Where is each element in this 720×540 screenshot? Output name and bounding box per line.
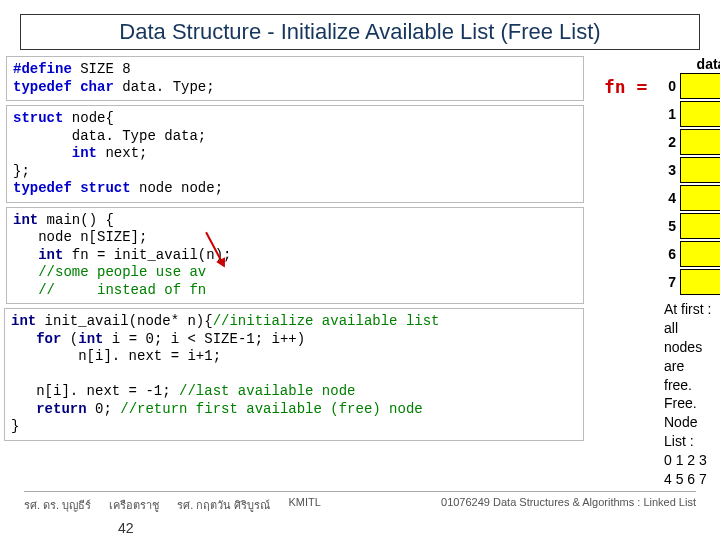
slide-body: #define SIZE 8 typedef char data. Type; … xyxy=(0,56,720,441)
code-column: #define SIZE 8 typedef char data. Type; … xyxy=(6,56,584,441)
table-row: 67 xyxy=(660,240,720,268)
footer-author: เครือตราชู xyxy=(109,496,159,514)
code-box-defines: #define SIZE 8 typedef char data. Type; xyxy=(6,56,584,101)
table-row: 12 xyxy=(660,100,720,128)
footer-author: รศ. ดร. บุญธีร์ xyxy=(24,496,91,514)
table-row: 45 xyxy=(660,184,720,212)
code-box-init-avail: int init_avail(node* n){//initialize ava… xyxy=(4,308,584,441)
table-row: 23 xyxy=(660,128,720,156)
table-row: 56 xyxy=(660,212,720,240)
table-row: 34 xyxy=(660,156,720,184)
fn-label: fn = xyxy=(604,76,647,97)
notes-text: At first : all nodes are free. Free. Nod… xyxy=(664,300,714,489)
table-header: data next xyxy=(660,56,720,72)
node-array-table: data next 01 12 23 34 45 56 67 7-1 xyxy=(660,56,720,296)
page-number: 42 xyxy=(118,520,134,536)
table-row: 7-1 xyxy=(660,268,720,296)
slide-title: Data Structure - Initialize Available Li… xyxy=(20,14,700,50)
footer-org: KMITL xyxy=(288,496,320,514)
diagram-column: fn = data next 01 12 23 34 45 56 67 7-1 … xyxy=(584,56,714,441)
code-box-struct: struct node{ data. Type data; int next; … xyxy=(6,105,584,203)
table-row: 01 xyxy=(660,72,720,100)
code-box-main: int main() { node n[SIZE]; int fn = init… xyxy=(6,207,584,305)
col-header-data: data xyxy=(680,56,720,72)
footer: รศ. ดร. บุญธีร์ เครือตราชู รศ. กฤตวัน ศิ… xyxy=(24,491,696,514)
footer-author: รศ. กฤตวัน ศิริบูรณ์ xyxy=(177,496,270,514)
footer-course: 01076249 Data Structures & Algorithms : … xyxy=(441,496,696,514)
